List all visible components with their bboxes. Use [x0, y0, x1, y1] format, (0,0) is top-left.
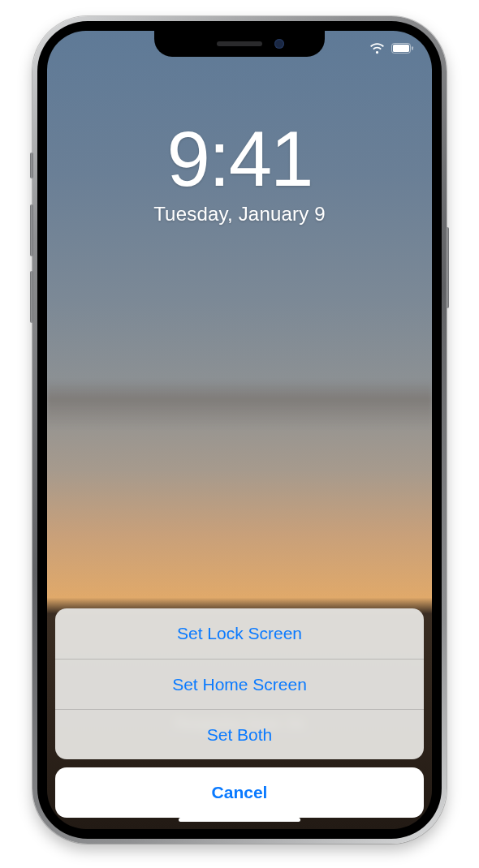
wallpaper-cloud [47, 380, 432, 428]
phone-bezel: 9:41 Tuesday, January 9 Perspective Zoom… [37, 21, 442, 839]
action-sheet-options: Set Lock Screen Set Home Screen Set Both [55, 608, 424, 759]
action-sheet: Set Lock Screen Set Home Screen Set Both… [55, 608, 424, 818]
battery-icon [391, 43, 414, 54]
set-home-screen-button[interactable]: Set Home Screen [55, 659, 424, 709]
home-indicator[interactable] [179, 818, 300, 822]
set-both-button[interactable]: Set Both [55, 709, 424, 759]
cancel-button[interactable]: Cancel [55, 767, 424, 818]
volume-up-button [30, 204, 33, 256]
lock-time: 9:41 [47, 120, 432, 198]
side-button [446, 227, 449, 308]
set-lock-screen-button[interactable]: Set Lock Screen [55, 608, 424, 659]
svg-rect-1 [393, 45, 409, 52]
volume-down-button [30, 271, 33, 323]
lock-clock: 9:41 Tuesday, January 9 [47, 120, 432, 226]
phone-frame: 9:41 Tuesday, January 9 Perspective Zoom… [32, 16, 447, 844]
earpiece-speaker [217, 41, 262, 46]
screen: 9:41 Tuesday, January 9 Perspective Zoom… [47, 31, 432, 829]
mute-switch [30, 153, 33, 178]
notch [154, 31, 325, 57]
wifi-icon [369, 43, 385, 54]
svg-rect-2 [412, 46, 413, 50]
front-camera [274, 39, 284, 49]
lock-date: Tuesday, January 9 [47, 203, 432, 226]
